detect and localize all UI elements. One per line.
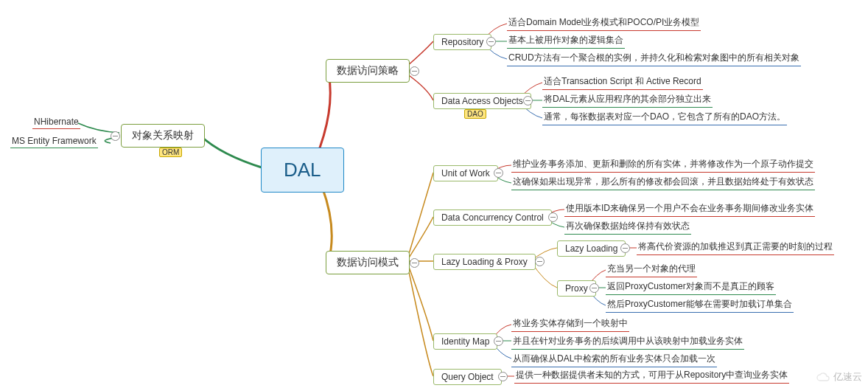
leaf-msentity[interactable]: MS Entity Framework xyxy=(10,136,98,148)
leaf-idmap-0[interactable]: 将业务实体存储到一个映射中 xyxy=(511,317,629,332)
toggle-icon[interactable] xyxy=(548,212,558,222)
leaf-proxy-0[interactable]: 充当另一个对象的代理 xyxy=(606,263,697,277)
leaf-uow-0[interactable]: 维护业务事务添加、更新和删除的所有实体，并将修改作为一个原子动作提交 xyxy=(511,158,815,173)
leaf-dcc-0[interactable]: 使用版本ID来确保另一个用户不会在业务事务期间修改业务实体 xyxy=(564,202,815,217)
leaf-proxy-1[interactable]: 返回ProxyCustomer对象而不是真正的顾客 xyxy=(606,280,776,295)
leaf-dao-2[interactable]: 通常，每张数据表对应一个DAO，它包含了所有的DAO方法。 xyxy=(542,111,787,125)
node-lazy[interactable]: Lazy Loading & Proxy xyxy=(433,254,536,270)
toggle-icon[interactable] xyxy=(620,243,630,253)
node-lazyloading[interactable]: Lazy Loading xyxy=(557,240,626,257)
leaf-repo-0[interactable]: 适合Domain Model业务模式和POCO/PI业务模型 xyxy=(507,16,701,31)
node-pattern[interactable]: 数据访问模式 xyxy=(326,251,410,274)
leaf-repo-2[interactable]: CRUD方法有一个聚合根的实例，并持久化和检索对象图中的所有相关对象 xyxy=(507,52,801,66)
node-strategy[interactable]: 数据访问策略 xyxy=(326,59,410,83)
toggle-icon[interactable] xyxy=(535,257,545,266)
toggle-icon[interactable] xyxy=(410,66,419,76)
node-uow[interactable]: Unit of Work xyxy=(433,165,498,181)
toggle-icon[interactable] xyxy=(589,283,599,293)
leaf-proxy-2[interactable]: 然后ProxyCustomer能够在需要时加载订单集合 xyxy=(606,298,794,313)
node-idmap[interactable]: Identity Map xyxy=(433,333,497,350)
toggle-icon[interactable] xyxy=(523,96,533,105)
leaf-query[interactable]: 提供一种数据提供者未知的方式，可用于从Repository中查询业务实体 xyxy=(514,369,789,384)
root-node[interactable]: DAL xyxy=(261,148,344,193)
toggle-icon[interactable] xyxy=(111,131,120,141)
leaf-repo-1[interactable]: 基本上被用作对象的逻辑集合 xyxy=(507,34,625,49)
tag-orm: ORM xyxy=(159,148,182,157)
node-query[interactable]: Query Object xyxy=(433,369,502,385)
tag-dao: DAO xyxy=(464,109,486,119)
watermark: 亿速云 xyxy=(816,370,862,384)
node-orm[interactable]: 对象关系映射 xyxy=(121,124,205,148)
toggle-icon[interactable] xyxy=(486,37,496,46)
toggle-icon[interactable] xyxy=(494,336,503,346)
node-repository[interactable]: Repository xyxy=(433,34,491,50)
leaf-dcc-1[interactable]: 再次确保数据始终保持有效状态 xyxy=(564,220,691,235)
leaf-dao-0[interactable]: 适合Transaction Script 和 Active Record xyxy=(542,75,703,90)
cloud-icon xyxy=(816,372,830,382)
leaf-idmap-2[interactable]: 从而确保从DAL中检索的所有业务实体只会加载一次 xyxy=(511,353,717,367)
toggle-icon[interactable] xyxy=(498,372,508,381)
toggle-icon[interactable] xyxy=(494,168,503,178)
leaf-dao-1[interactable]: 将DAL元素从应用程序的其余部分独立出来 xyxy=(542,93,713,108)
leaf-idmap-1[interactable]: 并且在针对业务事务的后续调用中从该映射中加载业务实体 xyxy=(511,335,744,350)
leaf-ll[interactable]: 将高代价资源的加载推迟到真正需要的时刻的过程 xyxy=(637,240,834,255)
node-dcc[interactable]: Data Concurrency Control xyxy=(433,209,552,226)
leaf-nhibernate[interactable]: NHibernate xyxy=(32,117,80,129)
node-dao[interactable]: Data Access Objects xyxy=(433,93,531,109)
leaf-uow-1[interactable]: 这确保如果出现异常，那么所有的修改都会回滚，并且数据始终处于有效状态 xyxy=(511,176,815,190)
watermark-text: 亿速云 xyxy=(833,370,862,384)
toggle-icon[interactable] xyxy=(410,258,419,268)
